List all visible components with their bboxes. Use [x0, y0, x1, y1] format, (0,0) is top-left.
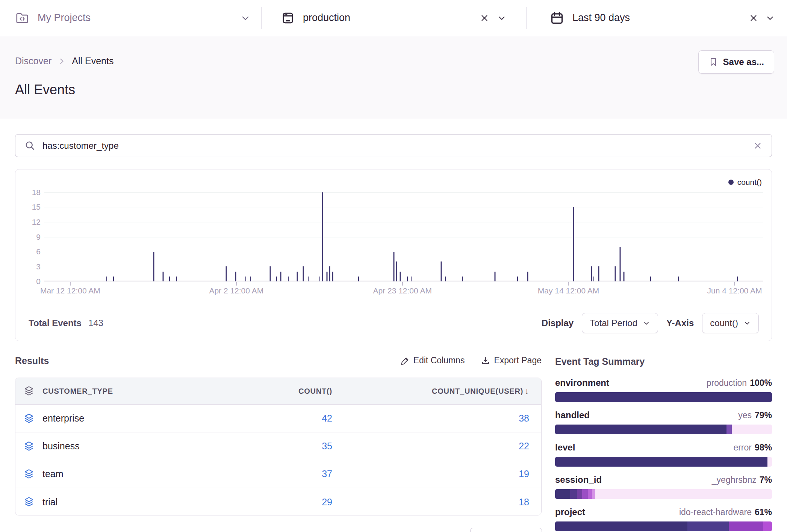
tag-bar-segment [726, 425, 732, 434]
chart-data-spike [400, 272, 401, 281]
cell-count-link[interactable]: 37 [171, 469, 332, 479]
chevron-down-icon[interactable] [497, 13, 507, 23]
legend-dot-icon [728, 180, 734, 185]
chart-data-spike [169, 277, 170, 281]
table-row: business3522 [15, 432, 541, 460]
clear-environment-icon[interactable] [480, 13, 489, 23]
layers-icon [23, 413, 35, 424]
cell-count-link[interactable]: 29 [171, 497, 332, 508]
chevron-down-icon[interactable] [240, 13, 251, 23]
yaxis-dropdown[interactable]: count() [702, 313, 759, 333]
chart-data-spike [358, 277, 359, 281]
column-customer-type[interactable]: CUSTOMER_TYPE [42, 387, 171, 396]
chart-data-spike [593, 277, 594, 281]
cell-count-unique-link[interactable]: 38 [332, 413, 529, 424]
save-as-button[interactable]: Save as... [698, 50, 774, 74]
chart-data-spike [276, 277, 277, 281]
display-dropdown[interactable]: Total Period [582, 313, 658, 333]
search-input[interactable] [42, 141, 746, 151]
chart-data-spike [614, 266, 616, 281]
chevron-down-icon[interactable] [765, 13, 775, 23]
environment-filter[interactable]: production [262, 0, 526, 36]
tag-row-header: environmentproduction100% [555, 378, 772, 388]
cell-customer-type: business [42, 441, 171, 452]
cell-count-unique-link[interactable]: 22 [332, 441, 529, 452]
clear-search-icon[interactable] [753, 141, 763, 151]
x-axis-tick [402, 282, 403, 286]
chart-legend[interactable]: count() [728, 178, 762, 187]
tag-distribution-bar[interactable] [555, 521, 772, 531]
chart-data-spike [280, 272, 282, 281]
sort-desc-icon: ↓ [525, 386, 529, 396]
table-row: team3719 [15, 460, 541, 488]
previous-page-button[interactable] [470, 528, 506, 532]
export-page-button[interactable]: Export Page [481, 355, 542, 366]
chart-axis-line [44, 281, 763, 281]
chart-data-spike [623, 272, 624, 281]
tag-distribution-bar[interactable] [555, 425, 772, 434]
chart-plot: 1815129630Mar 12 12:00 AMApr 2 12:00 AMA… [44, 192, 763, 281]
calendar-icon [550, 11, 564, 25]
chart-data-spike [737, 277, 738, 281]
tag-distribution-bar[interactable] [555, 392, 772, 402]
tag-distribution-bar[interactable] [555, 457, 772, 467]
tag-bar-segment [595, 489, 772, 499]
tag-bar-segment [767, 457, 772, 467]
chart-data-spike [517, 277, 518, 281]
chart-data-spike [495, 272, 496, 281]
chart-data-spike [650, 277, 651, 281]
next-page-button[interactable] [506, 528, 542, 532]
project-filter[interactable]: My Projects [0, 0, 261, 36]
chart-data-spike [226, 266, 227, 281]
breadcrumb-discover-link[interactable]: Discover [15, 56, 51, 66]
cell-count-link[interactable]: 35 [171, 441, 332, 452]
yaxis-dropdown-value: count() [710, 318, 738, 328]
chart-data-spike [308, 277, 309, 281]
chart-data-spike [297, 272, 298, 281]
layers-icon [23, 441, 35, 452]
daterange-filter[interactable]: Last 90 days [527, 0, 787, 36]
tag-rows: environmentproduction100%handledyes79%le… [555, 378, 772, 531]
x-axis-tick [70, 282, 71, 286]
tag-bar-segment [687, 521, 729, 531]
discover-page: My Projects production [0, 0, 787, 532]
tag-row-header: projectido-react-hardware61% [555, 507, 772, 517]
column-count[interactable]: COUNT() [171, 387, 332, 396]
legend-label: count() [737, 178, 762, 187]
column-count-unique-user[interactable]: COUNT_UNIQUE(USER)↓ [332, 386, 529, 396]
global-filter-bar: My Projects production [0, 0, 787, 36]
layers-icon [23, 496, 35, 508]
y-axis-tick-label: 0 [20, 277, 41, 286]
tag-row: environmentproduction100% [555, 378, 772, 402]
chart-data-spike [598, 266, 599, 281]
tag-row-header: handledyes79% [555, 410, 772, 420]
edit-columns-button[interactable]: Edit Columns [401, 355, 465, 366]
x-axis-tick-label: Jun 4 12:00 AM [707, 286, 762, 295]
tag-row: handledyes79% [555, 410, 772, 434]
chart-data-spike [322, 192, 323, 281]
chart-data-spike [326, 272, 327, 281]
y-axis-tick-label: 18 [20, 188, 41, 197]
tag-bar-segment [555, 425, 726, 434]
display-label: Display [542, 318, 574, 328]
tag-bar-segment [555, 457, 767, 467]
chart-data-spike [620, 247, 621, 281]
edit-columns-label: Edit Columns [413, 355, 465, 366]
cell-customer-type: team [42, 469, 171, 479]
yaxis-label: Y-Axis [666, 318, 694, 328]
chart-footer: Total Events 143 Display Total Period Y-… [15, 305, 772, 341]
cell-count-unique-link[interactable]: 19 [332, 469, 529, 479]
tag-top-percent: 79% [755, 410, 772, 420]
tag-top-percent: 61% [755, 507, 772, 517]
pencil-icon [401, 356, 410, 365]
tag-bar-segment [555, 392, 772, 402]
cell-count-unique-link[interactable]: 18 [332, 497, 529, 508]
x-axis-tick-label: Apr 23 12:00 AM [373, 286, 431, 295]
clear-daterange-icon[interactable] [749, 13, 758, 23]
cell-count-link[interactable]: 42 [171, 413, 332, 424]
x-axis-tick-label: Apr 2 12:00 AM [209, 286, 263, 295]
tag-distribution-bar[interactable] [555, 489, 772, 499]
events-chart-card: count() 1815129630Mar 12 12:00 AMApr 2 1… [15, 169, 772, 341]
search-bar[interactable] [15, 134, 772, 157]
y-axis-tick-label: 3 [20, 262, 41, 271]
